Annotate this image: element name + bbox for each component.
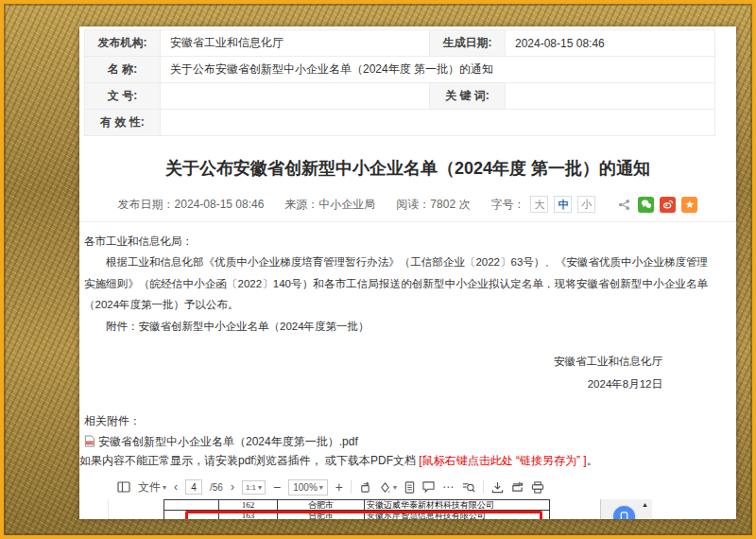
publish-date: 发布日期：2024-08-15 08:46 bbox=[118, 197, 265, 213]
sign-date: 2024年8月12日 bbox=[84, 373, 662, 395]
fit-mode-dropdown[interactable]: 1:1▾ bbox=[242, 480, 266, 495]
zoom-out-button[interactable]: − bbox=[273, 479, 281, 495]
article-body: 各市工业和信息化局： 根据工业和信息化部《优质中小企业梯度培育管理暂行办法》（工… bbox=[84, 231, 708, 337]
salutation: 各市工业和信息化局： bbox=[84, 231, 708, 252]
zoom-level-dropdown[interactable]: 100%▾ bbox=[288, 479, 328, 496]
page-total: /56 bbox=[210, 482, 223, 493]
print-icon[interactable] bbox=[531, 481, 544, 494]
article-meta-line: 发布日期：2024-08-15 08:46 来源：中小企业局 阅读：7802 次… bbox=[79, 196, 736, 222]
search-in-document-icon[interactable] bbox=[462, 481, 475, 494]
webpage-content: 发布机构: 安徽省工业和信息化厅 生成日期: 2024-08-15 08:46 … bbox=[79, 26, 736, 519]
name-label: 名 称: bbox=[85, 57, 161, 83]
weibo-share-icon[interactable] bbox=[660, 197, 676, 213]
main-paragraph: 根据工业和信息化部《优质中小企业梯度培育管理暂行办法》（工信部企业〔2022〕6… bbox=[84, 252, 708, 315]
pdf-toolbar: 文件▾ ‹ /56 › 1:1▾ − 100%▾ + bbox=[108, 475, 661, 499]
signer: 安徽省工业和信息化厅 bbox=[84, 350, 662, 373]
more-options-icon[interactable]: ⋯ bbox=[442, 480, 455, 494]
attachment-pdf-link[interactable]: 安徽省创新型中小企业名单（2024年度第一批）.pdf bbox=[98, 434, 358, 450]
download-icon[interactable] bbox=[491, 481, 504, 494]
document-meta-table: 发布机构: 安徽省工业和信息化厅 生成日期: 2024-08-15 08:46 … bbox=[84, 29, 715, 136]
sidebar-toggle-icon[interactable] bbox=[117, 481, 130, 493]
page-number-input[interactable] bbox=[185, 479, 202, 495]
source: 来源：中小企业局 bbox=[284, 197, 375, 213]
attachment-line: 附件：安徽省创新型中小企业名单（2024年度第一批） bbox=[84, 316, 708, 337]
next-page-button[interactable]: › bbox=[231, 480, 234, 494]
doc-no-value bbox=[161, 83, 430, 110]
doc-no-label: 文 号: bbox=[85, 83, 161, 110]
table-row: 有 效 性: bbox=[85, 110, 715, 136]
font-large-button[interactable]: 大 bbox=[530, 196, 548, 213]
zoom-in-button[interactable]: + bbox=[335, 479, 343, 495]
font-small-button[interactable]: 小 bbox=[577, 196, 595, 213]
notice-text: 如果内容不能正常显示，请安装pdf浏览器插件， 或下载本PDF文档 bbox=[79, 454, 419, 467]
publisher-label: 发布机构: bbox=[85, 30, 161, 57]
notes-panel-icon[interactable] bbox=[404, 481, 415, 494]
gen-date-value: 2024-08-15 08:46 bbox=[506, 30, 715, 57]
keywords-label: 关 键 词: bbox=[430, 83, 506, 110]
pdf-file-icon: PDF bbox=[84, 435, 95, 450]
highlight-annotation-box bbox=[185, 511, 542, 519]
gold-picture-frame: 发布机构: 安徽省工业和信息化厅 生成日期: 2024-08-15 08:46 … bbox=[0, 0, 756, 539]
keywords-value bbox=[506, 83, 715, 110]
gen-date-label: 生成日期: bbox=[430, 30, 506, 57]
pdf-plugin-notice: 如果内容不能正常显示，请安装pdf浏览器插件， 或下载本PDF文档 [鼠标右键点… bbox=[79, 453, 736, 469]
toolbar-divider bbox=[351, 480, 352, 494]
save-link-as-hint[interactable]: [鼠标右键点击此处 “链接另存为” ] bbox=[419, 454, 586, 467]
favorite-star-icon[interactable]: ★ bbox=[681, 197, 697, 213]
pdf-viewer: 文件▾ ‹ /56 › 1:1▾ − 100%▾ + bbox=[108, 475, 661, 519]
prev-page-button[interactable]: ‹ bbox=[174, 480, 178, 494]
view-count: 阅读：7802 次 bbox=[396, 197, 470, 213]
table-row: 162 合肥市 安徽迈威华泰新材料科技有限公司 bbox=[164, 500, 550, 511]
save-export-icon[interactable] bbox=[511, 481, 524, 494]
file-menu[interactable]: 文件▾ bbox=[138, 479, 166, 496]
related-attachments-label: 相关附件： bbox=[84, 410, 736, 432]
highlight-fill-tool[interactable]: ▾ bbox=[379, 481, 397, 494]
table-row: 发布机构: 安徽省工业和信息化厅 生成日期: 2024-08-15 08:46 bbox=[85, 30, 715, 57]
table-row: 文 号: 关 键 词: bbox=[85, 83, 715, 110]
comment-icon[interactable] bbox=[422, 481, 435, 493]
table-row: 名 称: 关于公布安徽省创新型中小企业名单（2024年度 第一批）的通知 bbox=[85, 57, 715, 83]
font-medium-button[interactable]: 中 bbox=[554, 196, 572, 213]
validity-value bbox=[161, 110, 715, 136]
signature-block: 安徽省工业和信息化厅 2024年8月12日 bbox=[84, 350, 708, 395]
name-value: 关于公布安徽省创新型中小企业名单（2024年度 第一批）的通知 bbox=[161, 57, 715, 83]
toolbar-divider bbox=[483, 480, 484, 494]
publisher-value: 安徽省工业和信息化厅 bbox=[161, 30, 430, 57]
pdf-page-area[interactable]: 162 合肥市 安徽迈威华泰新材料科技有限公司 163 合肥市 安徽东岸智慧信息… bbox=[108, 499, 661, 519]
validity-label: 有 效 性: bbox=[85, 110, 161, 136]
scroll-up-arrow[interactable]: ▲ bbox=[642, 501, 648, 508]
share-icon[interactable] bbox=[616, 197, 632, 213]
font-size-label: 字号： bbox=[490, 197, 524, 213]
svg-text:PDF: PDF bbox=[87, 441, 93, 444]
rotate-icon[interactable] bbox=[359, 481, 371, 494]
page-title: 关于公布安徽省创新型中小企业名单（2024年度 第一批）的通知 bbox=[79, 157, 736, 180]
wechat-share-icon[interactable] bbox=[638, 197, 654, 213]
